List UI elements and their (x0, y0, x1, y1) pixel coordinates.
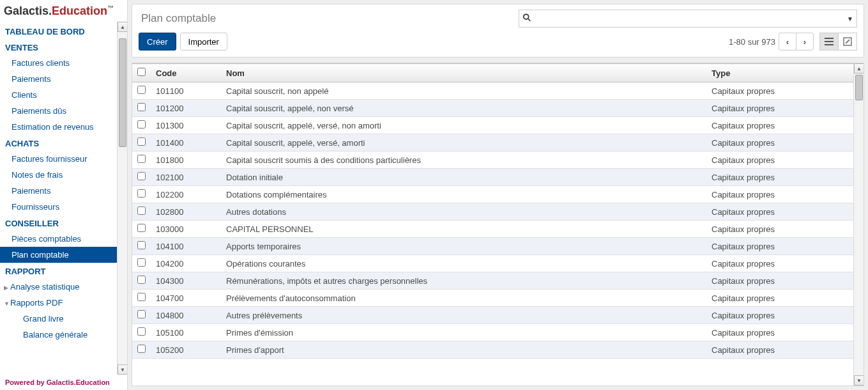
cell-type: Capitaux propres (706, 324, 853, 341)
footer-powered-by[interactable]: Powered by Galactis.Education (0, 375, 127, 390)
pager-prev-button[interactable]: ‹ (779, 33, 796, 51)
table-row[interactable]: 104700Prélèvements d'autoconsommationCap… (132, 290, 853, 307)
row-select-cell (132, 272, 151, 290)
row-checkbox[interactable] (137, 224, 146, 232)
sidebar-nav: TABLEAU DE BORD VENTES Factures clients … (0, 22, 127, 375)
sidebar-item-clients[interactable]: Clients (0, 87, 127, 103)
column-header-type[interactable]: Type (706, 64, 853, 82)
table-row[interactable]: 105200Primes d'apportCapitaux propres (132, 341, 853, 359)
sidebar-item-grand-livre[interactable]: Grand livre (0, 311, 127, 327)
row-checkbox[interactable] (137, 103, 146, 111)
sidebar-item-factures-fournisseur[interactable]: Factures fournisseur (0, 151, 127, 167)
select-all-checkbox[interactable] (137, 68, 146, 76)
table-row[interactable]: 104300Rémunérations, impôts et autres ch… (132, 272, 853, 290)
sidebar-item-fournisseurs[interactable]: Fournisseurs (0, 199, 127, 215)
scroll-up-icon[interactable]: ▲ (854, 63, 864, 74)
column-header-code[interactable]: Code (151, 64, 221, 82)
cell-name: Autres prélèvements (221, 307, 706, 324)
scroll-down-icon[interactable]: ▼ (854, 375, 864, 386)
table-row[interactable]: 102200Dotations complémentairesCapitaux … (132, 186, 853, 203)
table-row[interactable]: 102800Autres dotationsCapitaux propres (132, 203, 853, 221)
sidebar-item-paiements-achats[interactable]: Paiements (0, 183, 127, 199)
cell-name: CAPITAL PERSONNEL (221, 221, 706, 238)
row-checkbox[interactable] (137, 172, 146, 180)
cell-type: Capitaux propres (706, 255, 853, 272)
create-button[interactable]: Créer (139, 33, 176, 51)
nav-heading-dashboard[interactable]: TABLEAU DE BORD (0, 23, 127, 39)
scroll-up-icon[interactable]: ▲ (118, 22, 127, 32)
table-row[interactable]: 101200Capital souscrit, appelé, non vers… (132, 100, 853, 117)
svg-rect-2 (825, 38, 834, 39)
sidebar-item-estimation-revenus[interactable]: Estimation de revenus (0, 119, 127, 135)
sidebar-item-pieces-comptables[interactable]: Pièces comptables (0, 231, 127, 247)
column-header-name[interactable]: Nom (221, 64, 706, 82)
sidebar-item-plan-comptable[interactable]: Plan comptable (0, 247, 127, 263)
import-button[interactable]: Importer (180, 33, 227, 51)
cell-code: 105200 (151, 341, 221, 359)
search-input[interactable] (519, 10, 857, 27)
search-box: ▼ (519, 10, 857, 27)
cell-code: 102200 (151, 186, 221, 203)
row-select-cell (132, 221, 151, 238)
view-list-button[interactable] (819, 33, 839, 51)
breadcrumb: Plan comptable (139, 12, 216, 25)
row-checkbox[interactable] (137, 137, 146, 146)
sidebar-item-analyse-statistique[interactable]: ▶Analyse statistique (0, 279, 127, 295)
cell-code: 104100 (151, 238, 221, 255)
search-dropdown-icon[interactable]: ▼ (847, 15, 853, 22)
row-checkbox[interactable] (137, 276, 146, 284)
table-row[interactable]: 102100Dotation initialeCapitaux propres (132, 169, 853, 186)
table-row[interactable]: 103000CAPITAL PERSONNELCapitaux propres (132, 221, 853, 238)
row-checkbox[interactable] (137, 241, 146, 249)
pager-next-button[interactable]: › (796, 33, 814, 51)
row-checkbox[interactable] (137, 293, 146, 301)
nav-heading-achats: ACHATS (0, 135, 127, 151)
table-row[interactable]: 104100Apports temporairesCapitaux propre… (132, 238, 853, 255)
pager: 1-80 sur 973 ‹ › (729, 33, 857, 51)
cell-code: 101400 (151, 134, 221, 152)
cell-type: Capitaux propres (706, 82, 853, 100)
sidebar-item-notes-frais[interactable]: Notes de frais (0, 167, 127, 183)
row-checkbox[interactable] (137, 327, 146, 336)
sidebar-item-factures-clients[interactable]: Factures clients (0, 55, 127, 71)
row-checkbox[interactable] (137, 189, 146, 198)
scroll-down-icon[interactable]: ▼ (118, 364, 127, 375)
nav-heading-rapport: RAPPORT (0, 263, 127, 279)
table-row[interactable]: 104200Opérations courantesCapitaux propr… (132, 255, 853, 272)
sidebar-item-balance-generale[interactable]: Balance générale (0, 327, 127, 343)
sidebar-item-paiements-dus[interactable]: Paiements dûs (0, 103, 127, 119)
sidebar-item-rapports-pdf[interactable]: ▼Rapports PDF (0, 295, 127, 311)
table-row[interactable]: 101800Capital souscrit soumis à des cond… (132, 152, 853, 169)
row-checkbox[interactable] (137, 207, 146, 215)
table-scrollbar[interactable]: ▲ ▼ (853, 63, 864, 386)
logo-text-b: Education (52, 4, 107, 17)
row-select-cell (132, 186, 151, 203)
row-checkbox[interactable] (137, 86, 146, 94)
table-row[interactable]: 101400Capital souscrit, appelé, versé, a… (132, 134, 853, 152)
data-table: Code Nom Type 101100Capital souscrit, no… (132, 63, 864, 386)
table-row[interactable]: 105100Primes d'émissionCapitaux propres (132, 324, 853, 341)
cell-code: 104800 (151, 307, 221, 324)
scrollbar-thumb[interactable] (855, 75, 863, 100)
cell-name: Primes d'émission (221, 324, 706, 341)
sidebar-item-paiements-ventes[interactable]: Paiements (0, 71, 127, 87)
view-form-button[interactable] (838, 33, 857, 51)
row-checkbox[interactable] (137, 310, 146, 318)
row-checkbox[interactable] (137, 258, 146, 267)
cell-type: Capitaux propres (706, 203, 853, 221)
scrollbar-thumb[interactable] (119, 38, 126, 147)
row-checkbox[interactable] (137, 120, 146, 129)
cell-name: Opérations courantes (221, 255, 706, 272)
cell-name: Capital souscrit, non appelé (221, 82, 706, 100)
cell-type: Capitaux propres (706, 290, 853, 307)
caret-down-icon: ▼ (4, 300, 10, 307)
logo-tm: ™ (107, 4, 114, 12)
row-checkbox[interactable] (137, 345, 146, 353)
row-checkbox[interactable] (137, 155, 146, 163)
table-row[interactable]: 101300Capital souscrit, appelé, versé, n… (132, 117, 853, 134)
cell-name: Capital souscrit, appelé, non versé (221, 100, 706, 117)
sidebar-scrollbar[interactable]: ▲ ▼ (117, 22, 127, 375)
row-select-cell (132, 307, 151, 324)
table-row[interactable]: 104800Autres prélèvementsCapitaux propre… (132, 307, 853, 324)
table-row[interactable]: 101100Capital souscrit, non appeléCapita… (132, 82, 853, 100)
